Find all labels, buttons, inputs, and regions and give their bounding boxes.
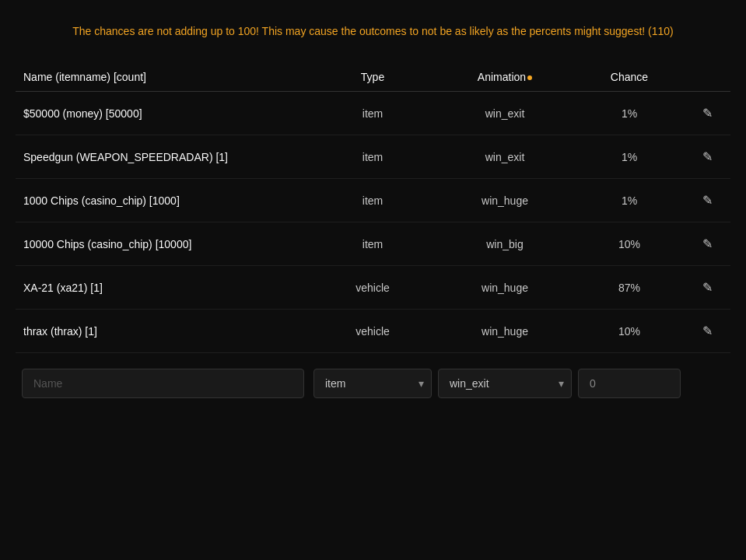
edit-button[interactable]: ✎ bbox=[684, 324, 730, 338]
rewards-table: Name (itemname) [count] Type Animation C… bbox=[16, 63, 730, 406]
row-name: Speedgun (WEAPON_SPEEDRADAR) [1] bbox=[16, 151, 310, 163]
row-chance: 10% bbox=[575, 325, 684, 338]
table-row: Speedgun (WEAPON_SPEEDRADAR) [1] item wi… bbox=[16, 135, 730, 179]
table-header: Name (itemname) [count] Type Animation C… bbox=[16, 63, 730, 92]
row-chance: 1% bbox=[575, 151, 684, 163]
row-chance: 1% bbox=[575, 194, 684, 207]
row-type: item bbox=[310, 107, 435, 120]
edit-button[interactable]: ✎ bbox=[684, 280, 730, 295]
new-type-select[interactable]: item vehicle bbox=[313, 369, 432, 398]
table-row: 1000 Chips (casino_chip) [1000] item win… bbox=[16, 179, 730, 222]
edit-button[interactable]: ✎ bbox=[684, 236, 730, 251]
header-animation: Animation bbox=[435, 71, 575, 83]
header-actions bbox=[684, 71, 730, 83]
row-animation: win_huge bbox=[435, 325, 575, 338]
animation-dot bbox=[527, 75, 532, 80]
new-chance-input[interactable] bbox=[578, 369, 681, 398]
table-row: thrax (thrax) [1] vehicle win_huge 10% ✎ bbox=[16, 310, 730, 353]
edit-button[interactable]: ✎ bbox=[684, 106, 730, 121]
new-type-select-wrapper: item vehicle bbox=[313, 369, 432, 398]
row-name: XA-21 (xa21) [1] bbox=[16, 282, 310, 294]
row-chance: 10% bbox=[575, 238, 684, 250]
add-row-form: item vehicle win_exit win_huge win_big bbox=[16, 361, 730, 406]
row-type: item bbox=[310, 238, 435, 250]
row-name: $50000 (money) [50000] bbox=[16, 107, 310, 120]
header-name: Name (itemname) [count] bbox=[16, 71, 310, 83]
row-chance: 87% bbox=[575, 282, 684, 294]
row-name: thrax (thrax) [1] bbox=[16, 325, 310, 338]
header-type: Type bbox=[310, 71, 435, 83]
row-type: vehicle bbox=[310, 282, 435, 294]
row-animation: win_exit bbox=[435, 107, 575, 120]
table-row: XA-21 (xa21) [1] vehicle win_huge 87% ✎ bbox=[16, 266, 730, 310]
edit-button[interactable]: ✎ bbox=[684, 193, 730, 208]
table-body: $50000 (money) [50000] item win_exit 1% … bbox=[16, 92, 730, 353]
edit-button[interactable]: ✎ bbox=[684, 149, 730, 164]
row-animation: win_huge bbox=[435, 194, 575, 207]
row-animation: win_huge bbox=[435, 282, 575, 294]
row-type: item bbox=[310, 194, 435, 207]
row-animation: win_big bbox=[435, 238, 575, 250]
row-chance: 1% bbox=[575, 107, 684, 120]
row-animation: win_exit bbox=[435, 151, 575, 163]
row-name: 10000 Chips (casino_chip) [10000] bbox=[16, 238, 310, 250]
row-type: item bbox=[310, 151, 435, 163]
row-name: 1000 Chips (casino_chip) [1000] bbox=[16, 194, 310, 207]
new-name-input[interactable] bbox=[22, 369, 304, 398]
table-row: $50000 (money) [50000] item win_exit 1% … bbox=[16, 92, 730, 135]
warning-message: The chances are not adding up to 100! Th… bbox=[72, 23, 674, 40]
table-row: 10000 Chips (casino_chip) [10000] item w… bbox=[16, 222, 730, 266]
row-type: vehicle bbox=[310, 325, 435, 338]
header-chance: Chance bbox=[575, 71, 684, 83]
new-animation-select-wrapper: win_exit win_huge win_big bbox=[438, 369, 572, 398]
new-animation-select[interactable]: win_exit win_huge win_big bbox=[438, 369, 572, 398]
